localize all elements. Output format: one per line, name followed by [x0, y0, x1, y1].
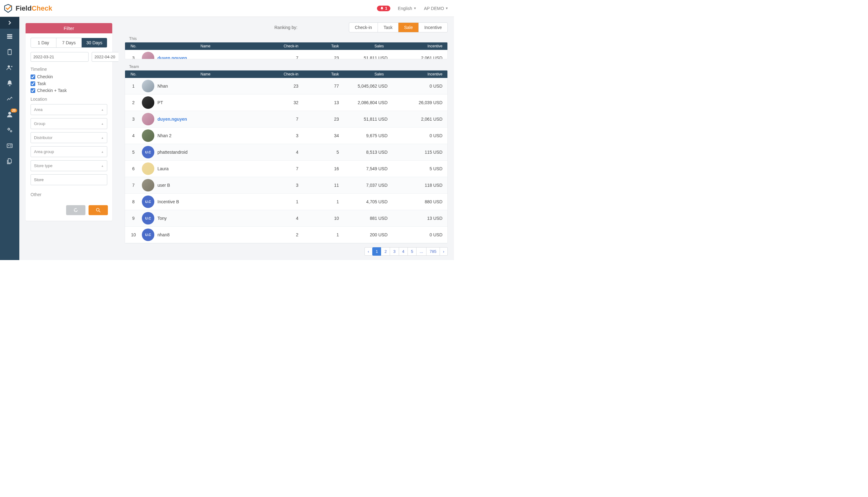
table-row[interactable]: 1Nhan23775,045,062 USD0 USD	[125, 78, 447, 95]
cell-no: 2	[125, 100, 142, 105]
cell-name: duyen.nguyen	[157, 117, 187, 122]
location-label: Location	[31, 97, 107, 102]
cell-name: Nhan	[157, 84, 168, 88]
nav-item-chart[interactable]	[0, 91, 19, 106]
checkin-task-checkbox[interactable]	[31, 88, 35, 93]
date-from-input[interactable]	[31, 52, 88, 62]
user-arrow-icon	[6, 64, 13, 71]
filter-title: Filter	[26, 23, 112, 33]
sidebar-nav: 20	[0, 17, 19, 260]
header-right: 1 English▼ AP DEMO▼	[377, 5, 449, 11]
store-type-select[interactable]: Store type▲	[31, 160, 107, 171]
table-row[interactable]: 8U.CIncentive B114,705 USD880 USD	[125, 194, 447, 210]
group-select[interactable]: Group▲	[31, 118, 107, 129]
cell-checkin: 4	[264, 216, 304, 221]
nav-item-data[interactable]	[0, 29, 19, 44]
task-checkbox[interactable]	[31, 81, 35, 86]
cell-name: duyen.nguyen	[157, 56, 187, 59]
table-row[interactable]: 6Laura7167,549 USD5 USD	[125, 160, 447, 177]
area-select[interactable]: Area▲	[31, 104, 107, 115]
day-tab-1[interactable]: 1 Day	[31, 38, 56, 47]
svg-point-5	[8, 66, 10, 68]
cell-task: 16	[304, 166, 344, 171]
checkin-label: Checkin	[37, 74, 53, 79]
pagination: ‹ 12345...785 ›	[125, 247, 448, 256]
caret-down-icon: ▼	[413, 6, 416, 10]
nav-item-clipboard[interactable]	[0, 44, 19, 60]
svg-point-6	[8, 112, 11, 115]
col-checkin-header: Check-in	[264, 44, 304, 48]
avatar: U.C	[142, 146, 154, 158]
col-incentive-header: Incentive	[391, 72, 447, 76]
team-section-title: Team	[129, 64, 448, 69]
language-switch[interactable]: English▼	[398, 6, 416, 11]
page-785[interactable]: 785	[426, 247, 440, 256]
cell-no: 5	[125, 150, 142, 155]
table-row[interactable]: 4Nhan 23349,675 USD0 USD	[125, 128, 447, 144]
cell-no: 4	[125, 133, 142, 138]
table-row[interactable]: 2PT32132,086,804 USD26,039 USD	[125, 95, 447, 111]
cell-incentive: 0 USD	[391, 84, 447, 88]
day-tab-30[interactable]: 30 Days	[82, 38, 107, 47]
cell-task: 77	[304, 84, 344, 88]
chart-line-icon	[6, 96, 13, 102]
ranking-tab-task[interactable]: Task	[378, 23, 398, 32]
page-prev[interactable]: ‹	[365, 247, 373, 256]
nav-item-user-arrow[interactable]	[0, 60, 19, 75]
logo[interactable]: FieldCheck	[3, 3, 52, 13]
table-row[interactable]: 3duyen.nguyen72351,811 USD2,061 USD	[125, 111, 447, 128]
page-...: ...	[416, 247, 427, 256]
table-row[interactable]: 5U.Cphattestandroid458,513 USD115 USD	[125, 144, 447, 160]
nav-item-card[interactable]	[0, 138, 19, 153]
cell-name: Tony	[157, 216, 167, 221]
cell-name: PT	[157, 100, 163, 105]
user-switch[interactable]: AP DEMO▼	[424, 6, 449, 11]
ranking-tab-sale[interactable]: Sale	[398, 23, 419, 32]
cell-task: 11	[304, 183, 344, 188]
reset-icon	[73, 207, 79, 213]
cell-name: Nhan 2	[157, 133, 171, 138]
svg-point-7	[8, 128, 10, 130]
svg-point-8	[10, 130, 12, 132]
page-4[interactable]: 4	[399, 247, 408, 256]
cell-sales: 5,045,062 USD	[344, 84, 391, 88]
page-1[interactable]: 1	[372, 247, 381, 256]
team-table: No. Name Check-in Task Sales Incentive 1…	[125, 70, 448, 243]
page-5[interactable]: 5	[408, 247, 416, 256]
this-table: No. Name Check-in Task Sales Incentive 3…	[125, 42, 448, 59]
day-tabs: 1 Day 7 Days 30 Days	[31, 38, 107, 48]
ranking-tab-checkin[interactable]: Check-in	[349, 23, 378, 32]
day-tab-7[interactable]: 7 Days	[56, 38, 82, 47]
page-next[interactable]: ›	[440, 247, 448, 256]
svg-rect-9	[7, 144, 13, 148]
area-group-select[interactable]: Area group▲	[31, 146, 107, 157]
search-button[interactable]	[88, 205, 108, 215]
checkin-checkbox[interactable]	[31, 74, 35, 79]
svg-point-15	[96, 208, 99, 211]
svg-rect-1	[7, 36, 13, 37]
cell-sales: 4,705 USD	[344, 199, 391, 204]
table-row[interactable]: 10U.Cnhan821200 USD0 USD	[125, 227, 447, 243]
nav-item-files[interactable]	[0, 153, 19, 169]
avatar	[142, 129, 154, 142]
nav-item-user[interactable]: 20	[0, 106, 19, 122]
page-2[interactable]: 2	[381, 247, 390, 256]
cell-name: nhan8	[157, 232, 170, 237]
triangle-up-icon: ▲	[101, 122, 104, 125]
store-input[interactable]	[31, 174, 107, 185]
nav-collapse[interactable]	[0, 17, 19, 29]
distributor-select[interactable]: Distributor▲	[31, 132, 107, 143]
table-row[interactable]: 9U.CTony410881 USD13 USD	[125, 210, 447, 227]
notifications-badge[interactable]: 1	[377, 5, 390, 11]
table-row[interactable]: 7user B3117,037 USD118 USD	[125, 177, 447, 194]
nav-item-settings[interactable]	[0, 122, 19, 138]
page-3[interactable]: 3	[390, 247, 399, 256]
cell-checkin: 7	[264, 117, 304, 122]
reset-button[interactable]	[66, 205, 85, 215]
table-row[interactable]: 3duyen.nguyen72351,811 USD2,061 USD	[125, 50, 447, 59]
cell-no: 8	[125, 199, 142, 204]
avatar: U.C	[142, 212, 154, 225]
ranking-tab-incentive[interactable]: Incentive	[419, 23, 447, 32]
nav-item-bell[interactable]	[0, 75, 19, 91]
cell-incentive: 115 USD	[391, 150, 447, 155]
